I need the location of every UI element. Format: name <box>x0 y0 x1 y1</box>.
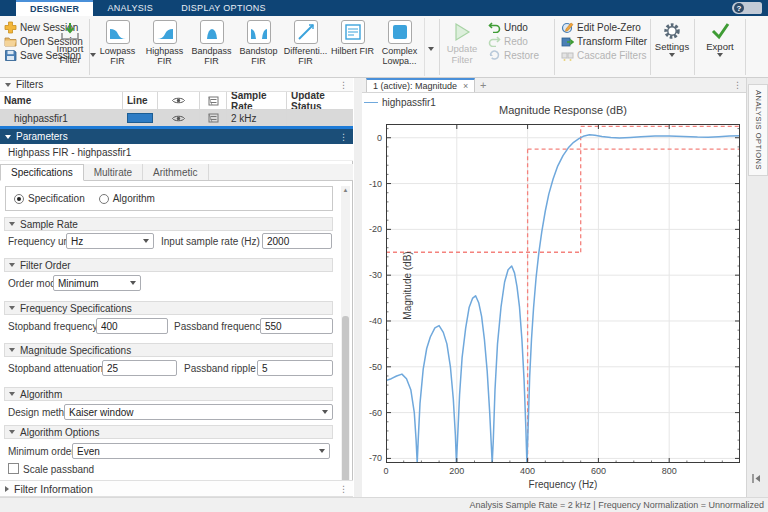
cascade-filters-button[interactable]: Cascade Filters <box>559 48 648 62</box>
filters-table-header: Name Line Sample Rate Update Status <box>0 92 353 110</box>
radio-algorithm[interactable]: Algorithm <box>99 193 155 204</box>
export-check-icon <box>709 21 731 41</box>
tab-arithmetic[interactable]: Arithmetic <box>143 164 208 180</box>
filters-menu-icon[interactable]: ⋮ <box>339 83 348 87</box>
line-color-swatch[interactable] <box>127 113 153 123</box>
restore-button[interactable]: Restore <box>486 48 541 62</box>
scale-passband-checkbox[interactable] <box>8 463 19 474</box>
filters-panel-header[interactable]: Filters ⋮ <box>0 78 353 92</box>
algorithm-section-header[interactable]: Algorithm <box>4 387 333 401</box>
undo-label: Undo <box>504 22 528 33</box>
chevron-down-icon <box>319 449 325 453</box>
close-tab-icon[interactable]: × <box>463 81 468 91</box>
filter-row-highpassfir1[interactable]: highpassfir1 2 kHz <box>0 110 353 126</box>
update-filter-button[interactable]: Update Filter <box>442 18 482 76</box>
frequency-units-value: Hz <box>71 236 83 247</box>
magnitude-specs-section-header[interactable]: Magnitude Specifications <box>4 343 333 357</box>
input-sample-rate-field[interactable] <box>262 233 332 249</box>
edit-pole-zero-button[interactable]: Edit Pole-Zero <box>559 20 643 34</box>
tab-specifications[interactable]: Specifications <box>0 164 84 181</box>
import-filter-button[interactable]: Import Filter <box>52 18 88 76</box>
gallery-item-label: Hilbert FIR <box>331 46 374 56</box>
hilbert-fir-icon <box>341 20 365 44</box>
radio-specification[interactable]: Specification <box>14 193 85 204</box>
bandpass-fir-button[interactable]: BandpassFIR <box>188 18 235 76</box>
magnitude-doc-tab[interactable]: 1 (active): Magnitude × <box>366 78 475 92</box>
frequency-units-select[interactable]: Hz <box>66 233 154 249</box>
ribbon: New Session Open Session Save Session Im… <box>0 16 768 78</box>
filter-legend-cell[interactable] <box>200 110 227 126</box>
complex-lowpass-button[interactable]: ComplexLowpa... <box>376 18 423 76</box>
update-filter-label: Update <box>447 43 478 54</box>
order-mode-select[interactable]: Minimum <box>53 275 141 291</box>
design-mode-group: Specification Algorithm <box>5 186 333 211</box>
collapse-icon <box>9 263 15 267</box>
status-text: Analysis Sample Rate = 2 kHz | Frequency… <box>470 500 764 510</box>
gallery-item-label2: FIR <box>204 56 219 66</box>
differentiator-fir-button[interactable]: Differenti...FIR <box>282 18 329 76</box>
axis-tick-label: -60 <box>356 408 382 418</box>
scroll-up-icon[interactable]: ▲ <box>342 186 349 194</box>
magnitude-response-axes[interactable] <box>386 124 740 463</box>
left-panel: Filters ⋮ Name Line Sample Rate Update S… <box>0 78 353 497</box>
gallery-expand-button[interactable] <box>424 18 437 76</box>
tab-multirate[interactable]: Multirate <box>84 164 143 180</box>
redo-button[interactable]: Redo <box>486 34 530 48</box>
import-filter-icon <box>59 21 81 43</box>
update-filter-label2: Filter <box>451 54 472 65</box>
passband-frequency-field[interactable] <box>260 318 333 334</box>
stopband-frequency-field[interactable] <box>96 318 168 334</box>
x-axis-label: Frequency (Hz) <box>386 479 740 490</box>
parameters-menu-icon[interactable]: ⋮ <box>339 135 348 139</box>
frequency-specs-section-header[interactable]: Frequency Specifications <box>4 301 333 315</box>
filter-visibility-cell[interactable] <box>158 110 200 126</box>
axis-tick-label: 0 <box>371 466 401 476</box>
parameters-scrollbar[interactable]: ▲ ▼ <box>341 186 350 512</box>
filter-update-status-cell <box>287 110 353 126</box>
algorithm-options-section-header[interactable]: Algorithm Options <box>4 425 333 439</box>
filter-order-section-header[interactable]: Filter Order <box>4 258 333 272</box>
tab-designer[interactable]: DESIGNER <box>16 0 93 16</box>
axis-tick-label: -40 <box>356 316 382 326</box>
axis-tick-label: 400 <box>513 466 543 476</box>
eye-icon <box>172 114 185 123</box>
gallery-item-label2: Lowpa... <box>382 56 416 66</box>
lowpass-fir-button[interactable]: LowpassFIR <box>94 18 141 76</box>
minimum-order-select[interactable]: Even <box>72 443 330 459</box>
tab-analysis[interactable]: ANALYSIS <box>93 0 167 16</box>
legend-icon <box>208 96 219 106</box>
parameters-subtitle: Highpass FIR - highpassfir1 <box>0 144 353 161</box>
highpass-fir-button[interactable]: HighpassFIR <box>141 18 188 76</box>
passband-ripple-field[interactable] <box>257 360 333 376</box>
axis-tick-label: 200 <box>442 466 472 476</box>
parameters-panel-title: Parameters <box>16 131 68 142</box>
bandstop-fir-button[interactable]: BandstopFIR <box>235 18 282 76</box>
export-button[interactable]: Export <box>698 18 742 76</box>
tab-display-options[interactable]: DISPLAY OPTIONS <box>167 0 280 16</box>
sample-rate-section-header[interactable]: Sample Rate <box>4 217 333 231</box>
axis-tick-label: 800 <box>654 466 684 476</box>
transform-filter-button[interactable]: Transform Filter <box>559 34 649 48</box>
doc-tabbar-menu-icon[interactable]: ⋮ <box>733 80 742 90</box>
axis-tick-label: -20 <box>356 224 382 234</box>
design-method-select[interactable]: Kaiser window <box>64 404 333 420</box>
eye-icon <box>172 96 185 105</box>
filter-line-cell[interactable] <box>123 110 158 126</box>
collapse-panel-icon[interactable] <box>752 474 761 485</box>
filter-information-menu-icon[interactable]: ⋮ <box>339 487 348 491</box>
axis-tick-label: 600 <box>583 466 613 476</box>
add-tab-button[interactable]: + <box>475 78 491 92</box>
parameters-panel-header[interactable]: Parameters ⋮ <box>0 129 353 144</box>
settings-button[interactable]: Settings <box>652 18 692 76</box>
hilbert-fir-button[interactable]: Hilbert FIR <box>329 18 376 76</box>
settings-gear-icon <box>662 21 682 41</box>
analysis-options-tab[interactable]: ANALYSIS OPTIONS <box>748 84 768 176</box>
undo-button[interactable]: Undo <box>486 20 530 34</box>
collapse-icon <box>9 392 15 396</box>
edit-pole-zero-label: Edit Pole-Zero <box>577 22 641 33</box>
differentiator-fir-icon <box>294 20 318 44</box>
filter-information-header[interactable]: Filter Information ⋮ <box>0 480 353 497</box>
help-button[interactable]: ? <box>732 2 762 14</box>
collapse-filters-icon <box>5 83 11 87</box>
stopband-attenuation-field[interactable] <box>102 360 177 376</box>
